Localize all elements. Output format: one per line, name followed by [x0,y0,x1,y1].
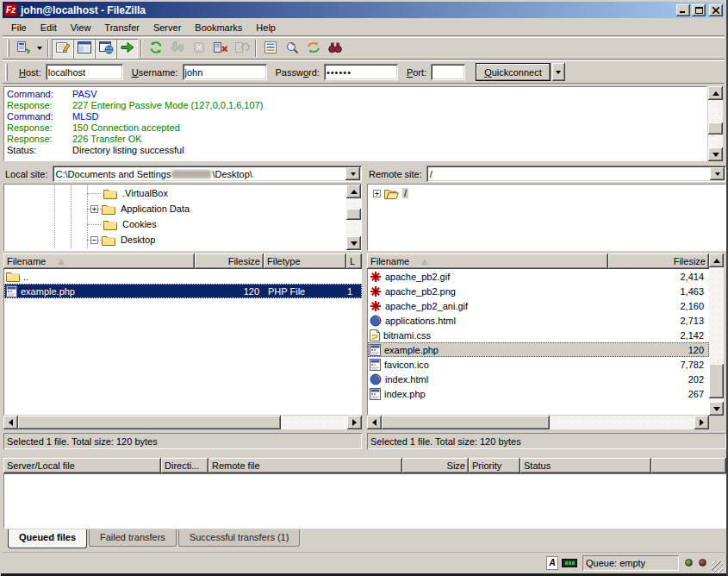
maximize-button[interactable] [692,4,706,16]
scrollbar-thumb[interactable] [346,209,361,220]
file-row[interactable]: index.php267 [368,386,709,401]
tree-item[interactable]: +Application Data [5,201,360,216]
filter-button[interactable] [259,39,281,59]
scrollbar-thumb[interactable] [18,416,281,429]
refresh-button[interactable] [145,39,166,59]
menu-view[interactable]: View [64,21,98,34]
message-log-scrollbar[interactable] [708,86,723,161]
sync-browse-button[interactable] [302,39,324,59]
tree-item[interactable]: −Desktop [5,232,360,247]
combo-dropdown-button[interactable] [710,167,725,180]
scrollbar-thumb[interactable] [382,416,550,429]
site-manager-button[interactable] [12,39,34,59]
collapse-minus-icon[interactable]: − [90,236,98,244]
column-header-directi[interactable]: Directi... [161,458,208,473]
column-header-remotefile[interactable]: Remote file [208,458,402,473]
scrollbar-thumb[interactable] [708,122,723,135]
remote-list-hscrollbar[interactable] [367,416,709,429]
speed-limit-icon[interactable] [562,559,577,567]
quickconnect-button[interactable]: Quickconnect [476,63,551,81]
menu-transfer[interactable]: Transfer [97,21,146,34]
scroll-down-button[interactable] [709,402,724,416]
quickconnect-dropdown-button[interactable] [552,63,565,81]
menu-help[interactable]: Help [249,21,283,34]
column-header-priority[interactable]: Priority [469,458,520,473]
menu-bookmarks[interactable]: Bookmarks [188,21,249,34]
scroll-left-button[interactable] [367,416,382,429]
expand-plus-icon[interactable]: + [90,205,98,213]
file-size-cell: 267 [609,389,709,399]
username-input[interactable] [183,64,267,80]
local-site-path[interactable]: C:\Documents and Settings\Desktop\ [53,169,345,179]
resize-grip[interactable] [712,561,723,573]
column-header-filesize[interactable]: Filesize [608,254,709,269]
toggle-remote-tree-icon [98,41,114,56]
scroll-right-button[interactable] [347,416,362,429]
column-header-filesize[interactable]: Filesize [195,254,264,269]
remote-site-path[interactable]: / [426,169,710,179]
expand-plus-icon[interactable]: + [373,190,381,197]
file-row[interactable]: applications.html2,713 [368,313,709,328]
password-input[interactable] [324,64,398,80]
log-line-text: PASV [72,89,97,100]
column-header-size[interactable]: Size [402,458,469,473]
column-header-[interactable] [651,458,726,473]
transfer-type-indicator-icon[interactable]: A [546,556,558,570]
tab-queued-files[interactable]: Queued files [8,529,87,548]
file-row[interactable]: favicon.ico7,782 [368,357,709,372]
file-row[interactable]: bitnami.css2,142 [368,328,709,342]
file-row[interactable]: .. [4,269,362,284]
menu-file[interactable]: File [4,21,34,34]
local-site-combo[interactable]: C:\Documents and Settings\Desktop\ [53,166,362,182]
disconnect-button[interactable] [209,39,231,59]
file-row[interactable]: example.php120 [368,342,709,357]
remote-site-row: Remote site: / [367,166,726,182]
file-row[interactable]: apache_pb2.gif2,414 [368,269,709,284]
compare-button[interactable] [281,39,302,59]
minimize-button[interactable] [676,4,690,16]
toggle-message-log-button[interactable] [52,39,73,59]
toggle-queue-button[interactable] [116,39,138,59]
scroll-up-button[interactable] [708,86,723,100]
scroll-down-button[interactable] [708,147,723,161]
chevron-down-icon [556,71,561,74]
scroll-left-button[interactable] [3,416,18,429]
menu-server[interactable]: Server [146,21,188,34]
scroll-down-button[interactable] [346,236,361,250]
tab-failed-transfers[interactable]: Failed transfers [89,529,177,547]
close-button[interactable] [709,4,723,16]
scroll-right-button[interactable] [694,416,709,429]
remote-site-combo[interactable]: / [426,166,726,182]
css-file-icon [370,329,380,341]
tree-item[interactable]: Cookies [5,216,360,232]
toggle-local-tree-button[interactable] [73,39,95,59]
process-queue-icon [170,41,185,56]
tree-item[interactable]: +/ [369,185,725,201]
file-row[interactable]: apache_pb2.png1,463 [368,284,709,298]
column-header-serverlocalfile[interactable]: Server/Local file [3,458,161,473]
log-line-text: 150 Connection accepted [72,122,180,134]
host-input[interactable] [46,64,123,80]
column-header-l[interactable]: L [346,254,362,269]
tree-item[interactable]: .VirtualBox [5,185,360,201]
find-files-button[interactable] [324,39,345,59]
file-row[interactable]: index.html202 [368,372,709,386]
local-list-hscrollbar[interactable] [3,416,362,429]
scroll-up-button[interactable] [709,254,724,267]
scrollbar-thumb[interactable] [709,364,724,398]
menu-edit[interactable]: Edit [34,21,64,34]
combo-dropdown-button[interactable] [345,167,360,180]
port-input[interactable] [431,64,465,80]
site-manager-dropdown-button[interactable] [34,39,45,59]
scroll-up-button[interactable] [346,185,361,198]
toggle-remote-tree-button[interactable] [95,39,116,59]
column-header-filename[interactable]: Filename [3,254,195,269]
file-row[interactable]: apache_pb2_ani.gif2,160 [368,298,709,313]
column-header-filename[interactable]: Filename [367,254,608,269]
local-tree-scrollbar[interactable] [346,185,361,250]
column-header-filetype[interactable]: Filetype [264,254,346,269]
file-row[interactable]: example.php120PHP File1 [4,284,362,298]
remote-list-scrollbar[interactable] [709,254,724,416]
column-header-status[interactable]: Status [520,458,651,473]
tab-successful-transfers-[interactable]: Successful transfers (1) [178,529,301,547]
